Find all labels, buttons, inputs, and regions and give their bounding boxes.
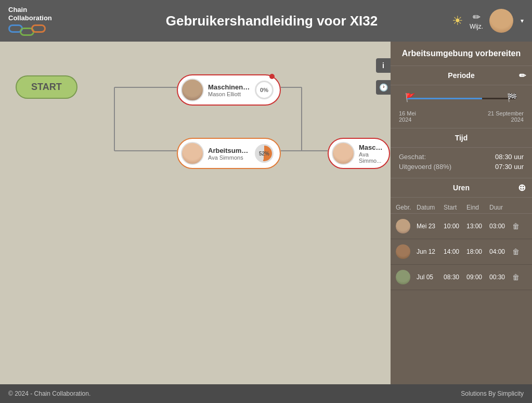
app-header: Chain Collaboration Gebruikershandleidin…	[0, 0, 532, 42]
pencil-icon: ✏	[473, 11, 481, 23]
chain-orange	[31, 24, 46, 33]
task-person-2: Ava Simmons	[208, 154, 251, 161]
col-gebr: Gebr.	[396, 204, 417, 211]
delete-uren-3[interactable]: 🗑	[512, 273, 527, 281]
uitgevoerd-value: 07:30 uur	[495, 163, 524, 171]
flag-end-icon: 🏁	[507, 93, 517, 102]
task-info-2: Arbeitsumgebun... Ava Simmons	[208, 147, 251, 161]
clock-icon: 🕐	[379, 83, 388, 92]
uren-content: Gebr. Datum Start Eind Duur Mei 23 10:00…	[391, 198, 532, 384]
uren-duur-3: 00:30	[489, 274, 512, 281]
delete-uren-1[interactable]: 🗑	[512, 222, 527, 230]
uren-duur-1: 03:00	[489, 223, 512, 230]
task-info-3: Maschine ei... Ava Simmo...	[359, 144, 383, 164]
user-avatar	[489, 9, 513, 33]
alert-dot	[269, 74, 275, 79]
uitgevoerd-label: Uitgevoerd (88%)	[399, 163, 451, 171]
start-label: START	[31, 82, 62, 92]
uren-avatar-2	[396, 244, 417, 259]
col-datum: Datum	[417, 204, 444, 211]
uren-row-3: Jul 05 08:30 09:00 00:30 🗑	[391, 265, 532, 290]
periode-section-header: Periode ✏	[391, 66, 532, 85]
col-start: Start	[444, 204, 466, 211]
info-icon: i	[382, 61, 384, 70]
uren-eind-2: 18:00	[466, 248, 489, 255]
uren-start-2: 14:00	[444, 248, 466, 255]
periode-label: Periode	[448, 71, 474, 80]
task-progress-2: 52%	[255, 144, 274, 163]
periode-dates: 16 Mei 2024 21 September 2024	[399, 110, 524, 123]
uitgevoerd-row: Uitgevoerd (88%) 07:30 uur	[399, 163, 524, 171]
date-end: 21 September 2024	[488, 110, 524, 123]
uren-avatar-3	[396, 270, 417, 284]
delete-uren-2[interactable]: 🗑	[512, 248, 527, 256]
uren-start-3: 08:30	[444, 274, 466, 281]
uren-duur-2: 04:00	[489, 248, 512, 255]
col-eind: Eind	[466, 204, 489, 211]
tijd-content: Geschat: 08:30 uur Uitgevoerd (88%) 07:3…	[391, 148, 532, 178]
uren-row-2: Jun 12 14:00 18:00 04:00 🗑	[391, 239, 532, 265]
logo-chains	[8, 24, 46, 36]
geschat-value: 08:30 uur	[495, 153, 524, 161]
footer: © 2024 - Chain Collaboration. Solutions …	[0, 384, 532, 403]
solutions-text: Solutions By Simplicity	[461, 390, 524, 397]
info-button[interactable]: i	[376, 58, 391, 73]
logo-area: Chain Collaboration	[8, 6, 92, 35]
tijd-label: Tijd	[455, 134, 468, 142]
panel-title: Arbeitsumgebung vorbereiten	[391, 42, 532, 66]
header-actions: ☀ ✏ Wijz. ▾	[452, 9, 524, 33]
task-person-1: Mason Elliott	[208, 91, 251, 97]
canvas-area: START i 🕐 Maschinenspezi... Mason Elliot…	[0, 42, 391, 384]
uren-datum-2: Jun 12	[417, 248, 444, 255]
uren-table-header: Gebr. Datum Start Eind Duur	[391, 202, 532, 214]
uren-avatar-1	[396, 219, 417, 233]
uren-datum-3: Jul 05	[417, 274, 444, 281]
task-node-1[interactable]: Maschinenspezi... Mason Elliott 0%	[177, 74, 281, 106]
user-avatar-button[interactable]	[489, 9, 513, 33]
task-info-1: Maschinenspezi... Mason Elliott	[208, 83, 251, 97]
task-avatar-3	[332, 142, 355, 165]
page-title: Gebruikershandleiding voor XI32	[92, 13, 452, 29]
right-panel: Arbeitsumgebung vorbereiten Periode ✏ 🚩 …	[391, 42, 532, 384]
geschat-row: Geschat: 08:30 uur	[399, 153, 524, 161]
task-progress-1: 0%	[255, 81, 274, 99]
uren-start-1: 10:00	[444, 223, 466, 230]
uren-label: Uren	[453, 184, 470, 192]
task-name-3: Maschine ei...	[359, 144, 383, 151]
timeline-bar: 🚩 🏁	[399, 90, 524, 106]
clock-button[interactable]: 🕐	[376, 80, 391, 95]
main-area: START i 🕐 Maschinenspezi... Mason Elliot…	[0, 42, 532, 384]
task-name-2: Arbeitsumgebun...	[208, 147, 251, 154]
theme-toggle-icon[interactable]: ☀	[452, 14, 463, 28]
task-person-3: Ava Simmo...	[359, 151, 383, 164]
uren-eind-1: 13:00	[466, 223, 489, 230]
flag-start-icon: 🚩	[405, 93, 416, 102]
logo-text: Chain Collaboration	[8, 6, 52, 22]
start-node[interactable]: START	[16, 75, 77, 99]
tijd-section-header: Tijd	[391, 128, 532, 148]
col-duur: Duur	[489, 204, 512, 211]
uren-eind-3: 09:00	[466, 274, 489, 281]
date-start: 16 Mei 2024	[399, 110, 416, 123]
uren-datum-1: Mei 23	[417, 223, 444, 230]
col-actions	[512, 204, 527, 211]
avatar-dropdown-icon[interactable]: ▾	[521, 17, 524, 24]
task-name-1: Maschinenspezi...	[208, 83, 251, 91]
task-avatar-2	[181, 142, 204, 165]
geschat-label: Geschat:	[399, 153, 426, 161]
wijz-label: Wijz.	[470, 23, 483, 30]
periode-edit-icon[interactable]: ✏	[519, 71, 526, 81]
uren-row-1: Mei 23 10:00 13:00 03:00 🗑	[391, 214, 532, 239]
uren-section-header: Uren ⊕	[391, 178, 532, 198]
task-node-3[interactable]: Maschine ei... Ava Simmo...	[328, 138, 390, 169]
task-avatar-1	[181, 79, 204, 101]
add-uren-icon[interactable]: ⊕	[518, 182, 526, 193]
periode-content: 🚩 🏁 16 Mei 2024 21 September 2024	[391, 85, 532, 128]
task-node-2[interactable]: Arbeitsumgebun... Ava Simmons 52%	[177, 138, 281, 169]
timeline-progress	[407, 98, 482, 99]
wijz-button[interactable]: ✏ Wijz.	[470, 11, 483, 30]
copyright: © 2024 - Chain Collaboration.	[8, 390, 90, 397]
